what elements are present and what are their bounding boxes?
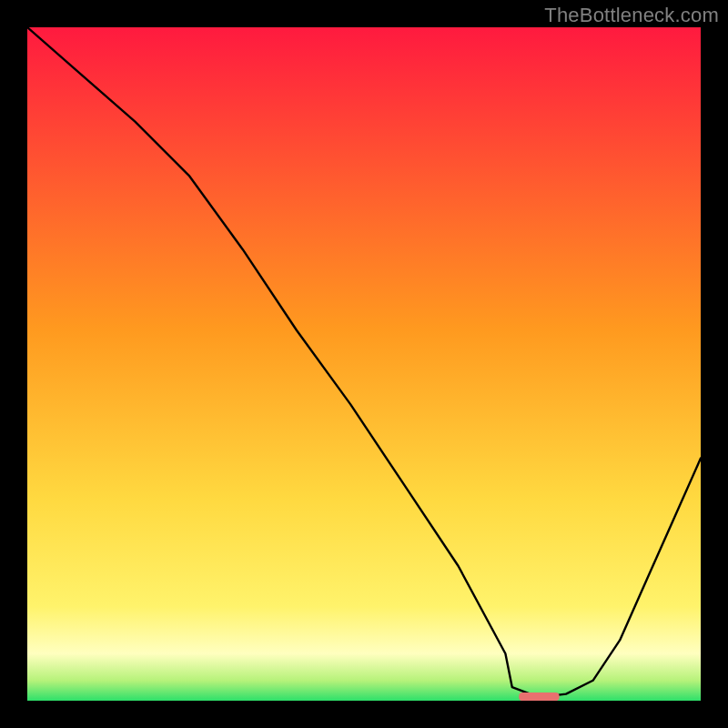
optimum-marker — [519, 693, 559, 701]
bottleneck-chart — [27, 27, 701, 701]
chart-frame — [27, 27, 701, 701]
heat-background — [27, 27, 701, 701]
watermark-text: TheBottleneck.com — [544, 4, 719, 27]
